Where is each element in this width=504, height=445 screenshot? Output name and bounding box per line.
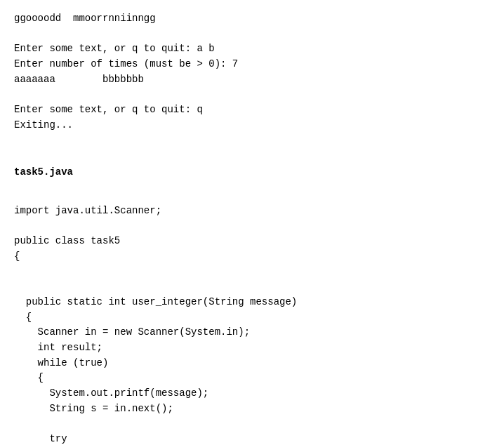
output-line-2: Enter some text, or q to quit: a b [14, 41, 490, 57]
output-line-6: Exiting... [14, 118, 490, 133]
code-line-6: Scanner in = new Scanner(System.in); [14, 325, 490, 340]
code-line-12: try [14, 432, 490, 445]
code-blank-3 [14, 279, 490, 295]
blank-line-before-code [14, 185, 490, 201]
code-blank-2 [14, 265, 490, 280]
output-line-1: ggoooodd mmoorrnniinngg [14, 11, 490, 27]
code-line-9: { [14, 371, 490, 386]
code-line-5: { [14, 310, 490, 326]
section-divider [14, 143, 490, 159]
code-blank-4 [14, 417, 490, 432]
code-line-2: public class task5 [14, 234, 490, 249]
blank-line-2 [14, 87, 490, 102]
code-section: import java.util.Scanner; public class t… [14, 204, 490, 445]
output-line-5: Enter some text, or q to quit: q [14, 102, 490, 118]
code-blank-1 [14, 219, 490, 234]
code-line-11: String s = in.next(); [14, 401, 490, 417]
code-line-7: int result; [14, 340, 490, 356]
code-line-10: System.out.printf(message); [14, 386, 490, 401]
code-line-3: { [14, 249, 490, 265]
code-line-1: import java.util.Scanner; [14, 204, 490, 219]
output-line-4: aaaaaaa bbbbbbb [14, 72, 490, 88]
output-line-3: Enter number of times (must be > 0): 7 [14, 57, 490, 72]
blank-line-1 [14, 27, 490, 42]
code-line-4: public static int user_integer(String me… [14, 295, 490, 310]
filename-label: task5.java [14, 165, 490, 180]
output-section: ggoooodd mmoorrnniinngg Enter some text,… [14, 11, 490, 133]
code-line-8: while (true) [14, 356, 490, 371]
content-area: ggoooodd mmoorrnniinngg Enter some text,… [14, 11, 490, 445]
